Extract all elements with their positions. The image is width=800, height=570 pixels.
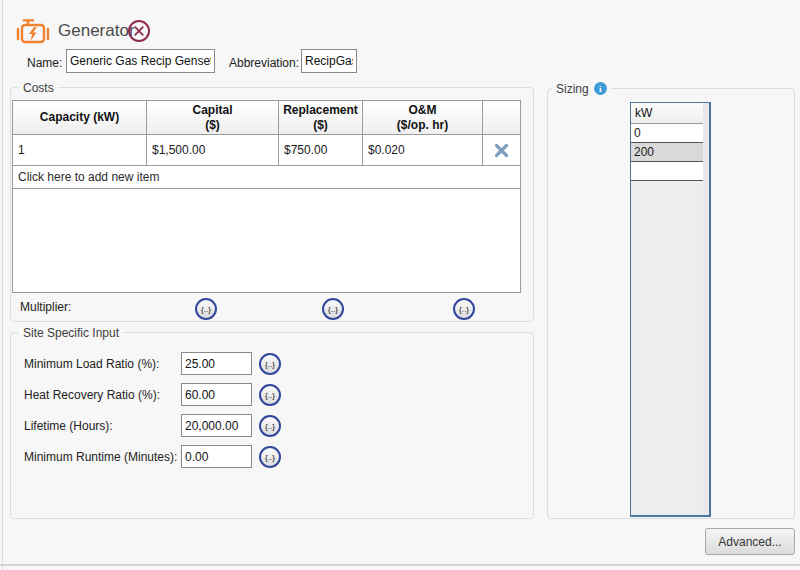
delete-row-button[interactable] — [483, 135, 520, 165]
site-specific-group-label: Site Specific Input — [19, 325, 123, 340]
om-multiplier-button[interactable]: {..} — [453, 298, 475, 320]
advanced-button[interactable]: Advanced... — [705, 528, 795, 555]
name-label: Name: — [27, 56, 62, 70]
lifetime-label: Lifetime (Hours): — [24, 419, 113, 433]
capacity-cell[interactable]: 1 — [13, 135, 147, 165]
multiplier-label: Multiplier: — [20, 300, 71, 314]
column-header-capital-line2: ($) — [205, 118, 220, 133]
column-header-capacity: Capacity (kW) — [13, 101, 147, 134]
costs-group-label: Costs — [19, 80, 58, 95]
generator-icon — [14, 16, 52, 48]
heat-recovery-ratio-label: Heat Recovery Ratio (%): — [24, 388, 160, 402]
minimum-load-ratio-ellipsis-button[interactable]: {..} — [259, 353, 281, 375]
page-title: Generator — [58, 21, 135, 41]
add-new-item-row[interactable]: Click here to add new item — [13, 166, 520, 189]
minimum-load-ratio-label: Minimum Load Ratio (%): — [24, 357, 159, 371]
column-header-replacement-line1: Replacement — [283, 103, 358, 118]
minimum-runtime-ellipsis-button[interactable]: {..} — [259, 446, 281, 468]
column-header-replacement: Replacement ($) — [279, 101, 363, 134]
column-header-capital-line1: Capital — [192, 103, 232, 118]
generator-panel: Generator Name: Abbreviation: Costs Capa… — [0, 0, 800, 570]
costs-table-header: Capacity (kW) Capital ($) Replacement ($… — [13, 101, 520, 135]
abbreviation-input[interactable] — [301, 49, 357, 73]
column-header-capacity-line1: Capacity (kW) — [40, 110, 119, 125]
lifetime-input[interactable] — [181, 414, 252, 437]
column-header-om-line2: ($/op. hr) — [397, 118, 448, 133]
column-header-om-line1: O&M — [409, 103, 437, 118]
capital-multiplier-button[interactable]: {..} — [195, 298, 217, 320]
costs-table-empty-area — [13, 189, 520, 292]
info-icon[interactable]: i — [594, 82, 607, 95]
bottom-divider — [0, 564, 800, 566]
replacement-multiplier-button[interactable]: {..} — [322, 298, 344, 320]
costs-table-row: 1 $1,500.00 $750.00 $0.020 — [13, 135, 520, 166]
sizing-table-empty-area — [631, 181, 704, 515]
sizing-row-selected[interactable]: 200 — [631, 143, 704, 162]
close-icon[interactable] — [127, 19, 151, 43]
sizing-table: kW 0 200 — [630, 102, 711, 517]
heat-recovery-ratio-ellipsis-button[interactable]: {..} — [259, 384, 281, 406]
delete-x-icon — [494, 143, 509, 158]
sizing-scrollbar-strip — [703, 103, 709, 515]
column-header-capital: Capital ($) — [147, 101, 279, 134]
abbreviation-label: Abbreviation: — [229, 56, 299, 70]
sizing-row[interactable] — [631, 162, 704, 181]
window-edge-line — [2, 0, 3, 570]
column-header-om: O&M ($/op. hr) — [363, 101, 483, 134]
sizing-column-header: kW — [631, 103, 704, 124]
sizing-row[interactable]: 0 — [631, 124, 704, 143]
replacement-cell[interactable]: $750.00 — [279, 135, 363, 165]
costs-table: Capacity (kW) Capital ($) Replacement ($… — [12, 100, 521, 293]
capital-cell[interactable]: $1,500.00 — [147, 135, 279, 165]
minimum-runtime-label: Minimum Runtime (Minutes): — [24, 450, 177, 464]
heat-recovery-ratio-input[interactable] — [181, 383, 252, 406]
name-input[interactable] — [66, 49, 215, 73]
om-cell[interactable]: $0.020 — [363, 135, 483, 165]
minimum-load-ratio-input[interactable] — [181, 352, 252, 375]
minimum-runtime-input[interactable] — [181, 445, 252, 468]
column-header-replacement-line2: ($) — [313, 118, 328, 133]
lifetime-ellipsis-button[interactable]: {..} — [259, 415, 281, 437]
sizing-group-label: Sizing — [556, 82, 589, 96]
column-header-actions — [483, 101, 520, 134]
